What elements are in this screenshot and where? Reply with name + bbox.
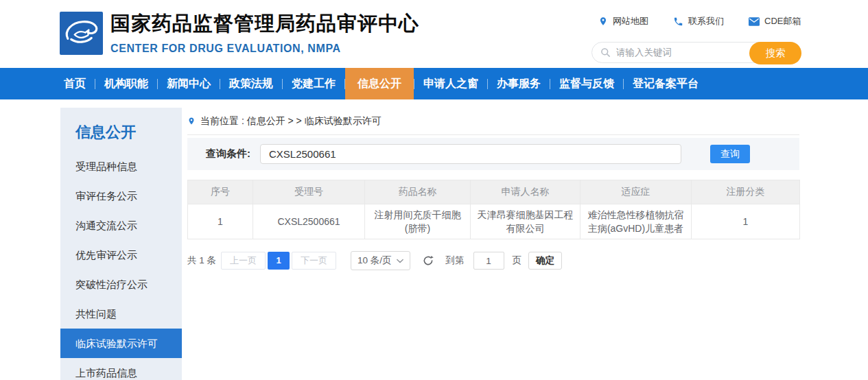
refresh-button[interactable] [422,254,434,267]
site-search-button[interactable]: 搜索 [749,42,801,64]
goto-page-prefix: 到第 [446,254,465,267]
pagination: 共 1 条 上一页 1 下一页 10 条/页 到第 页 确定 [187,251,799,270]
sidebar-item-review-tasks[interactable]: 审评任务公示 [60,181,182,211]
page-size-select[interactable]: 10 条/页 [351,251,410,270]
phone-icon [673,16,683,27]
pagination-total: 共 1 条 [187,254,216,267]
breadcrumb-text: 当前位置 : 信息公开 > > 临床试验默示许可 [200,115,382,128]
nav-item-registration-platform[interactable]: 登记备案平台 [624,68,707,99]
query-button[interactable]: 查询 [710,145,750,163]
page-size-value: 10 条/页 [357,254,392,267]
results-table: 序号 受理号 药品名称 申请人名称 适应症 注册分类 1 CXSL2500661… [187,180,800,239]
goto-page-suffix: 页 [513,254,522,267]
nav-item-supervision-feedback[interactable]: 监督与反馈 [550,68,623,99]
top-links: 网站地图 联系我们 CDE邮箱 [598,15,801,27]
map-pin-icon [598,16,608,27]
nav-item-party-building[interactable]: 党建工作 [283,68,344,99]
contact-link[interactable]: 联系我们 [673,15,724,27]
cell-acceptance-no: CXSL2500661 [253,204,365,239]
breadcrumb: 当前位置 : 信息公开 > > 临床试验默示许可 [187,108,799,135]
site-title: 国家药品监督管理局药品审评中心 [110,10,419,38]
main-navbar: 首页 机构职能 新闻中心 政策法规 党建工作 信息公开 申请人之窗 办事服务 监… [0,68,868,99]
cell-index: 1 [188,204,253,239]
page-number-button[interactable]: 1 [268,252,290,270]
next-page-button[interactable]: 下一页 [292,252,336,270]
col-header-index: 序号 [188,180,253,204]
prev-page-button[interactable]: 上一页 [221,252,266,270]
header: 国家药品监督管理局药品审评中心 CENTER FOR DRUG EVALUATI… [0,0,868,68]
col-header-indication: 适应症 [580,180,692,204]
confirm-button[interactable]: 确定 [528,252,562,270]
mailbox-label: CDE邮箱 [764,15,801,27]
site-title-block: 国家药品监督管理局药品审评中心 CENTER FOR DRUG EVALUATI… [110,10,419,55]
sidebar-item-breakthrough-therapy[interactable]: 突破性治疗公示 [60,270,182,299]
main-content: 当前位置 : 信息公开 > > 临床试验默示许可 查询条件: 查询 序号 受理号… [187,108,799,270]
refresh-icon [422,254,434,267]
sidebar-title: 信息公开 [60,108,182,152]
nav-item-info-disclosure[interactable]: 信息公开 [345,68,414,99]
table-row: 1 CXSL2500661 注射用间充质干细胞 (脐带) 天津昂赛细胞基因工程 … [188,204,800,239]
cell-registration-class: 1 [692,204,800,239]
site-search-bar: 搜索 [591,42,801,63]
nav-item-news[interactable]: 新闻中心 [158,68,220,99]
sidebar: 信息公开 受理品种信息 审评任务公示 沟通交流公示 优先审评公示 突破性治疗公示… [60,108,182,380]
nav-item-org-functions[interactable]: 机构职能 [95,68,157,99]
col-header-applicant: 申请人名称 [471,180,580,204]
col-header-registration-class: 注册分类 [692,180,800,204]
cell-applicant: 天津昂赛细胞基因工程 有限公司 [471,204,580,239]
sidebar-item-clinical-trial-implied-license[interactable]: 临床试验默示许可 [60,329,182,358]
sidebar-item-marketed-drugs[interactable]: 上市药品信息 [60,358,182,380]
mailbox-link[interactable]: CDE邮箱 [749,15,801,27]
sitemap-link[interactable]: 网站地图 [598,15,648,27]
goto-page-input[interactable] [473,252,504,270]
nav-item-home[interactable]: 首页 [55,68,95,99]
col-header-acceptance-no: 受理号 [253,180,365,204]
map-pin-icon [187,116,196,126]
mail-icon [749,17,760,26]
site-subtitle: CENTER FOR DRUG EVALUATION, NMPA [110,43,419,55]
col-header-drug-name: 药品名称 [365,180,471,204]
contact-label: 联系我们 [688,15,724,27]
search-icon [600,47,611,58]
query-label: 查询条件: [206,147,250,161]
query-panel: 查询条件: 查询 [187,138,799,170]
sidebar-item-communication[interactable]: 沟通交流公示 [60,211,182,240]
nav-item-services[interactable]: 办事服务 [488,68,550,99]
cde-logo-icon [60,12,103,55]
sitemap-label: 网站地图 [613,15,648,27]
sidebar-item-priority-review[interactable]: 优先审评公示 [60,240,182,270]
table-header-row: 序号 受理号 药品名称 申请人名称 适应症 注册分类 [188,180,800,204]
nav-item-applicant-window[interactable]: 申请人之窗 [414,68,487,99]
nav-item-policies[interactable]: 政策法规 [220,68,282,99]
cell-drug-name: 注射用间充质干细胞 (脐带) [365,204,471,239]
sidebar-item-accepted-varieties[interactable]: 受理品种信息 [60,152,182,181]
sidebar-item-common-issues[interactable]: 共性问题 [60,299,182,329]
chevron-down-icon [397,259,403,263]
cell-indication: 难治性急性移植物抗宿 主病(aGvHD)儿童患者 [580,204,692,239]
query-input[interactable] [260,144,681,164]
